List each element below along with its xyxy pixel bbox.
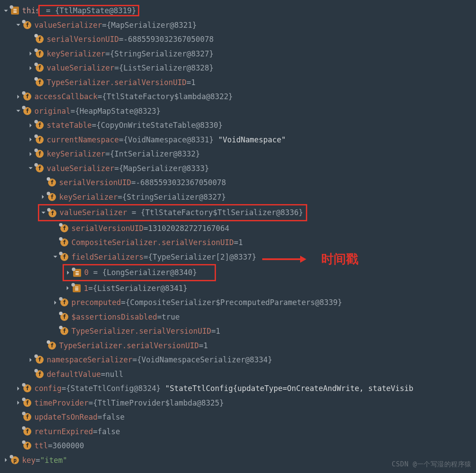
object-icon: ≡ <box>11 7 19 15</box>
tree-row[interactable]: f$assertionsDisabled = true <box>3 310 476 324</box>
field-icon: f <box>60 313 68 321</box>
spacer <box>27 36 34 43</box>
tree-row[interactable]: f valueSerializer = {MapSerializer@8321} <box>3 18 476 33</box>
spacer <box>40 179 46 186</box>
field-icon: f <box>36 78 44 86</box>
tree-row[interactable]: fttl = 3600000 <box>3 439 476 453</box>
field-icon: f <box>36 164 44 172</box>
chevron-right-icon[interactable] <box>15 399 22 406</box>
tree-row[interactable]: fserialVersionUID = -6885593032367050078 <box>3 175 476 190</box>
tree-row[interactable]: fTypeSerializer.serialVersionUID = 1 <box>3 324 476 339</box>
spacer <box>52 225 59 231</box>
tree-row[interactable]: fconfig = {StateTtlConfig@8324} "StateTt… <box>3 381 476 396</box>
chevron-right-icon[interactable] <box>52 299 59 306</box>
spacer <box>15 414 22 421</box>
chevron-right-icon[interactable] <box>27 122 34 129</box>
field-icon: f <box>23 107 31 115</box>
chevron-right-icon[interactable] <box>27 151 34 157</box>
chevron-right-icon[interactable] <box>65 269 71 276</box>
field-icon: f <box>36 35 44 43</box>
spacer <box>15 443 22 449</box>
tree-row-this[interactable]: ≡ this = {TtlMapState@8319} <box>3 4 476 18</box>
chevron-down-icon[interactable] <box>52 253 59 260</box>
spacer <box>40 342 46 349</box>
chevron-right-icon[interactable] <box>40 194 46 200</box>
tree-row[interactable]: fnamespaceSerializer = {VoidNamespaceSer… <box>3 353 476 367</box>
tree-row[interactable]: ftimeProvider = {TtlTimeProvider$lambda@… <box>3 396 476 410</box>
tree-row[interactable]: fkeySerializer = {IntSerializer@8332} <box>3 147 476 161</box>
array-element-icon: ≡ <box>73 269 81 277</box>
annotation-arrow: 时间戳 <box>262 252 358 267</box>
spacer <box>27 79 34 86</box>
chevron-right-icon[interactable] <box>27 357 34 363</box>
tree-row[interactable]: fcurrentNamespace = {VoidNamespace@8331}… <box>3 133 476 147</box>
tree-row[interactable]: freturnExpired = false <box>3 425 476 439</box>
field-icon: f <box>36 356 44 364</box>
field-icon: f <box>48 209 56 217</box>
field-icon: f <box>48 193 56 201</box>
tree-row[interactable]: foriginal = {HeapMapState@8323} <box>3 104 476 119</box>
field-icon: f <box>23 21 31 29</box>
field-icon: f <box>23 442 31 450</box>
chevron-down-icon[interactable] <box>40 209 47 216</box>
spacer <box>15 428 22 435</box>
chevron-right-icon[interactable] <box>15 93 22 100</box>
chevron-down-icon[interactable] <box>27 165 34 171</box>
field-icon: f <box>60 298 68 306</box>
chevron-right-icon[interactable] <box>3 457 9 463</box>
field-icon: f <box>60 238 68 246</box>
tree-row[interactable]: fserialVersionUID = -6885593032367050078 <box>3 32 476 47</box>
field-icon: f <box>23 428 31 436</box>
field-icon: f <box>36 370 44 378</box>
field-icon: f <box>36 50 44 58</box>
tree-row[interactable]: fTypeSerializer.serialVersionUID = 1 <box>3 75 476 90</box>
tree-row[interactable]: fCompositeSerializer.serialVersionUID = … <box>3 235 476 250</box>
field-icon: f <box>48 179 56 186</box>
field-icon: f <box>60 327 68 335</box>
field-icon: f <box>36 121 44 129</box>
chevron-right-icon[interactable] <box>15 385 22 392</box>
tree-row[interactable]: fstateTable = {CopyOnWriteStateTable@833… <box>3 118 476 133</box>
field-icon: f <box>23 384 31 392</box>
field-icon: f <box>48 342 56 350</box>
tree-row[interactable]: fkeySerializer = {StringSerializer@8327} <box>3 47 476 61</box>
tree-row[interactable]: fTypeSerializer.serialVersionUID = 1 <box>3 339 476 353</box>
chevron-down-icon[interactable] <box>15 108 22 114</box>
var-name: this <box>22 6 40 15</box>
field-icon: f <box>36 64 44 72</box>
field-icon: f <box>60 253 68 261</box>
spacer <box>52 239 59 246</box>
tree-row[interactable]: ≡1 = {ListSerializer@8341} <box>3 281 476 296</box>
tree-row[interactable]: fvalueSerializer = {MapSerializer@8333} <box>3 161 476 176</box>
array-element-icon: ≡ <box>73 284 81 292</box>
tree-row[interactable]: fvalueSerializer = {ListSerializer@8328} <box>3 61 476 75</box>
tree-row[interactable]: faccessCallback = {TtlStateFactory$lambd… <box>3 89 476 104</box>
spacer <box>27 371 34 377</box>
field-icon: f <box>23 399 31 407</box>
field-icon: f <box>60 224 68 232</box>
chevron-down-icon[interactable] <box>3 7 9 14</box>
tree-row-highlighted[interactable]: ≡0 = {LongSerializer@8340} <box>3 264 476 281</box>
chevron-right-icon[interactable] <box>27 136 34 143</box>
watermark: CSDN @一个写湿的程序猿 <box>392 457 472 472</box>
annotation-label: 时间戳 <box>321 252 358 267</box>
field-icon: f <box>36 150 44 158</box>
field-icon: f <box>23 93 31 101</box>
tree-row[interactable]: fupdateTsOnRead = false <box>3 410 476 425</box>
spacer <box>52 313 59 320</box>
tree-row[interactable]: fkeySerializer = {StringSerializer@8327} <box>3 190 476 205</box>
chevron-right-icon[interactable] <box>27 65 34 71</box>
spacer <box>52 328 59 335</box>
field-icon: f <box>36 136 44 144</box>
tree-row[interactable]: fserialVersionUID = 131020282727167064 <box>3 221 476 236</box>
tree-row[interactable]: fprecomputed = {CompositeSerializer$Prec… <box>3 295 476 310</box>
field-icon: f <box>23 413 31 421</box>
tree-row[interactable]: fdefaultValue = null <box>3 367 476 382</box>
chevron-right-icon[interactable] <box>64 285 71 291</box>
debug-variables-tree: ≡ this = {TtlMapState@8319} f valueSeria… <box>0 0 476 467</box>
tree-row-highlighted[interactable]: fvalueSerializer = {TtlStateFactory$TtlS… <box>3 204 476 221</box>
chevron-right-icon[interactable] <box>27 50 34 57</box>
tree-row[interactable]: ffieldSerializers = {TypeSerializer[2]@8… <box>3 250 476 264</box>
param-icon: p <box>11 456 19 464</box>
chevron-down-icon[interactable] <box>15 22 22 28</box>
